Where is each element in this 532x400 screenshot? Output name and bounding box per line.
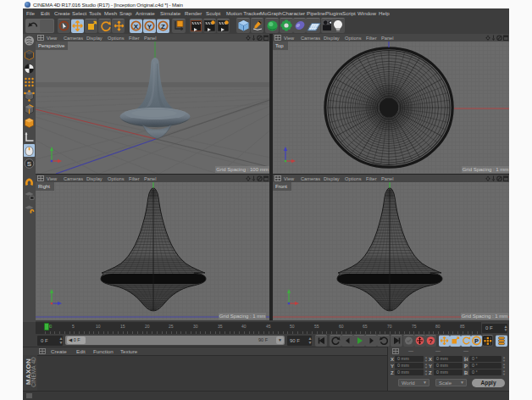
svg-text:?: ?: [429, 337, 433, 345]
svg-text:Z: Z: [161, 22, 165, 30]
svg-text:P: P: [474, 337, 479, 345]
svg-text:S: S: [27, 160, 32, 168]
svg-text:Y: Y: [147, 22, 152, 30]
svg-text:X: X: [133, 22, 138, 30]
